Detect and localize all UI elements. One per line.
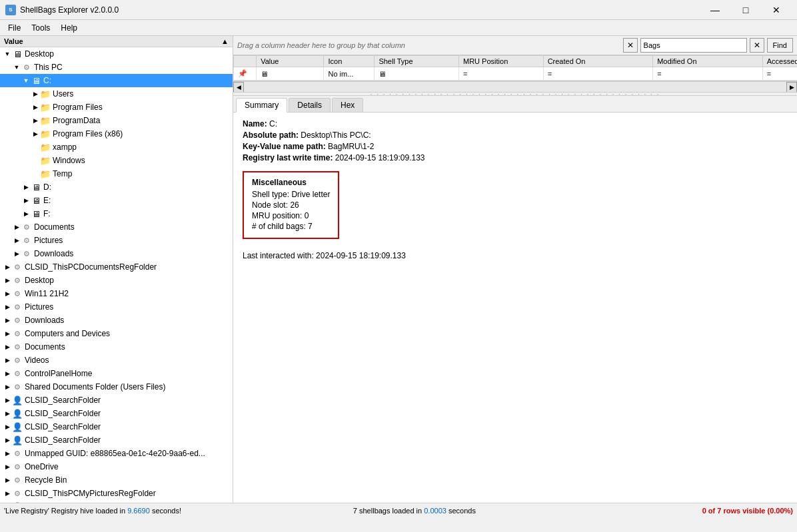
tree-item-documents2[interactable]: ▶ ⚙ Documents [0, 340, 233, 354]
tree-item-clsid-pictures[interactable]: ▶ ⚙ CLSID_ThisPCMyPicturesRegFolder [0, 487, 233, 500]
arrow-e[interactable]: ▶ [21, 197, 31, 204]
folder-icon-programfiles86: 📁 [40, 129, 51, 139]
arrow-desktop[interactable]: ▼ [3, 51, 12, 57]
arrow-clsid-search3[interactable]: ▶ [3, 423, 12, 430]
tree-item-documents[interactable]: ▶ ⚙ Documents [0, 220, 233, 234]
arrow-desktop2[interactable]: ▶ [3, 277, 12, 284]
status-bags-count: 7 shellbags loaded in [353, 507, 424, 515]
tree-item-shareddocs[interactable]: ▶ ⚙ Shared Documents Folder (Users Files… [0, 380, 233, 394]
arrow-programfiles[interactable]: ▶ [31, 104, 40, 111]
gear-icon-clsid-pictures: ⚙ [12, 488, 23, 499]
arrow-programdata[interactable]: ▶ [31, 117, 40, 124]
tab-details[interactable]: Details [289, 98, 331, 112]
gear-icon-thispc: ⚙ [21, 62, 32, 73]
tree-item-computers[interactable]: ▶ ⚙ Computers and Devices [0, 327, 233, 340]
arrow-shareddocs[interactable]: ▶ [3, 384, 12, 390]
arrow-recycle[interactable]: ▶ [3, 477, 12, 483]
arrow-documents[interactable]: ▶ [12, 224, 21, 230]
arrow-onedrive[interactable]: ▶ [3, 463, 12, 470]
arrow-users[interactable]: ▶ [31, 91, 40, 97]
arrow-win11[interactable]: ▶ [3, 290, 12, 297]
tree-item-users[interactable]: ▶ 📁 Users [0, 87, 233, 101]
tree-item-clsid-search2[interactable]: ▶ 👤 CLSID_SearchFolder [0, 407, 233, 420]
arrow-clsid-search4[interactable]: ▶ [3, 437, 12, 443]
arrow-documents2[interactable]: ▶ [3, 344, 12, 350]
tree-item-unmapped[interactable]: ▶ ⚙ Unmapped GUID: e88865ea-0e1c-4e20-9a… [0, 447, 233, 460]
tree-item-clsid-thispc[interactable]: ▶ ⚙ CLSID_ThisPCDocumentsRegFolder [0, 260, 233, 274]
tree-container[interactable]: ▼ 🖥 Desktop ▼ ⚙ This PC ▼ 🖥 C: [0, 47, 233, 503]
col-shell-type[interactable]: Shell Type [375, 56, 459, 67]
col-accessed-on[interactable]: Accessed On [762, 56, 797, 67]
drive-icon-c: 🖥 [31, 75, 41, 86]
arrow-thispc[interactable]: ▼ [12, 64, 21, 71]
tab-hex[interactable]: Hex [332, 98, 363, 112]
tree-item-controlpanel[interactable]: ▶ ⚙ ControlPanelHome [0, 367, 233, 380]
left-panel-header: Value ▲ [0, 36, 233, 47]
status-seconds1: seconds! [152, 507, 181, 515]
tree-item-programdata[interactable]: ▶ 📁 ProgramData [0, 114, 233, 127]
tree-item-videos[interactable]: ▶ ⚙ Videos [0, 354, 233, 367]
arrow-f[interactable]: ▶ [21, 210, 31, 217]
tree-item-thispc[interactable]: ▼ ⚙ This PC [0, 61, 233, 74]
arrow-videos[interactable]: ▶ [3, 357, 12, 364]
tree-item-f[interactable]: ▶ 🖥 F: [0, 207, 233, 220]
tree-item-onedrive[interactable]: ▶ ⚙ OneDrive [0, 460, 233, 473]
tree-item-pictures[interactable]: ▶ ⚙ Pictures [0, 234, 233, 247]
tree-item-downloads[interactable]: ▶ ⚙ Downloads [0, 247, 233, 260]
arrow-clsid-search1[interactable]: ▶ [3, 397, 12, 403]
search-input[interactable] [640, 38, 747, 53]
tree-item-temp[interactable]: ▶ 📁 Temp [0, 167, 233, 180]
arrow-unmapped[interactable]: ▶ [3, 450, 12, 457]
tree-item-c[interactable]: ▼ 🖥 C: [0, 74, 233, 87]
tree-item-downloads2[interactable]: ▶ ⚙ Downloads [0, 314, 233, 327]
tree-item-recycle[interactable]: ▶ ⚙ Recycle Bin [0, 473, 233, 487]
col-mru-position[interactable]: MRU Position [459, 56, 544, 67]
arrow-c[interactable]: ▼ [21, 77, 31, 84]
find-button[interactable]: Find [767, 38, 793, 53]
arrow-pictures[interactable]: ▶ [12, 237, 21, 244]
tree-item-clsid-search1[interactable]: ▶ 👤 CLSID_SearchFolder [0, 394, 233, 407]
tree-item-win11[interactable]: ▶ ⚙ Win11 21H2 [0, 287, 233, 300]
arrow-downloads2[interactable]: ▶ [3, 317, 12, 324]
hscroll-left-button[interactable]: ◀ [233, 82, 244, 93]
arrow-controlpanel[interactable]: ▶ [3, 370, 12, 377]
left-panel-scroll-up[interactable]: ▲ [221, 37, 229, 45]
col-icon[interactable]: Icon [324, 56, 375, 67]
col-created-on[interactable]: Created On [543, 56, 653, 67]
drive-icon-d: 🖥 [31, 182, 41, 192]
tree-item-windows[interactable]: ▶ 📁 Windows [0, 154, 233, 167]
arrow-pictures2[interactable]: ▶ [3, 304, 12, 310]
clear-search-button[interactable]: ✕ [623, 38, 638, 53]
table-row[interactable]: 📌 🖥 No im... 🖥 = = = = = = [234, 67, 798, 81]
arrow-computers[interactable]: ▶ [3, 330, 12, 337]
tree-item-pictures2[interactable]: ▶ ⚙ Pictures [0, 300, 233, 314]
menu-file[interactable]: File [3, 22, 26, 34]
tree-item-e[interactable]: ▶ 🖥 E: [0, 194, 233, 207]
tree-item-programfiles86[interactable]: ▶ 📁 Program Files (x86) [0, 127, 233, 140]
minimize-button[interactable]: — [700, 0, 730, 20]
tree-item-clsid-search3[interactable]: ▶ 👤 CLSID_SearchFolder [0, 420, 233, 433]
arrow-downloads[interactable]: ▶ [12, 250, 21, 257]
clear-input-button[interactable]: ✕ [750, 38, 764, 53]
col-value[interactable]: Value [257, 56, 324, 67]
maximize-button[interactable]: □ [730, 0, 761, 20]
tab-summary[interactable]: Summary [236, 98, 287, 113]
tree-item-desktop2[interactable]: ▶ ⚙ Desktop [0, 274, 233, 287]
arrow-clsid-thispc[interactable]: ▶ [3, 264, 12, 270]
arrow-d[interactable]: ▶ [21, 184, 31, 190]
tree-item-clsid-search4[interactable]: ▶ 👤 CLSID_SearchFolder [0, 433, 233, 447]
tree-item-programfiles[interactable]: ▶ 📁 Program Files [0, 101, 233, 114]
arrow-programfiles86[interactable]: ▶ [31, 131, 40, 137]
table-container[interactable]: Value Icon Shell Type MRU Position Creat… [233, 55, 797, 81]
col-pin[interactable] [234, 56, 257, 67]
close-button[interactable]: ✕ [761, 0, 792, 20]
menu-help[interactable]: Help [55, 22, 83, 34]
tree-item-xampp[interactable]: ▶ 📁 xampp [0, 140, 233, 154]
menu-tools[interactable]: Tools [26, 22, 55, 34]
arrow-clsid-search2[interactable]: ▶ [3, 410, 12, 417]
tree-item-d[interactable]: ▶ 🖥 D: [0, 180, 233, 194]
hscroll-right-button[interactable]: ▶ [786, 82, 797, 93]
col-modified-on[interactable]: Modified On [653, 56, 763, 67]
arrow-clsid-pictures[interactable]: ▶ [3, 490, 12, 497]
tree-item-desktop[interactable]: ▼ 🖥 Desktop [0, 47, 233, 61]
